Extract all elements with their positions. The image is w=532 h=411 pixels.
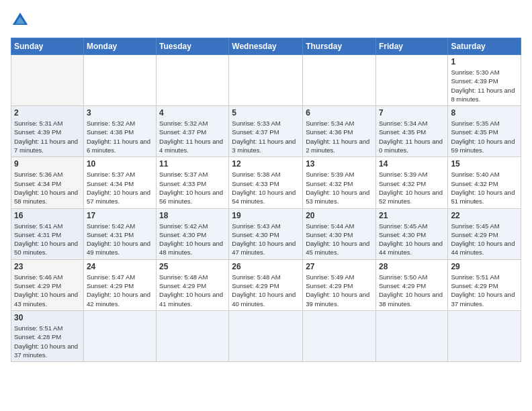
day-cell: 9Sunrise: 5:36 AM Sunset: 4:34 PM Daylig… bbox=[11, 157, 84, 208]
day-cell bbox=[157, 310, 229, 361]
calendar-body: 1Sunrise: 5:30 AM Sunset: 4:39 PM Daylig… bbox=[11, 55, 521, 362]
day-number: 28 bbox=[379, 262, 445, 271]
day-info: Sunrise: 5:42 AM Sunset: 4:31 PM Dayligh… bbox=[87, 222, 153, 257]
day-info: Sunrise: 5:32 AM Sunset: 4:38 PM Dayligh… bbox=[87, 119, 153, 154]
day-cell: 16Sunrise: 5:41 AM Sunset: 4:31 PM Dayli… bbox=[11, 208, 84, 259]
day-cell: 2Sunrise: 5:31 AM Sunset: 4:39 PM Daylig… bbox=[11, 106, 84, 157]
day-cell bbox=[83, 55, 156, 106]
day-cell: 14Sunrise: 5:39 AM Sunset: 4:32 PM Dayli… bbox=[375, 157, 447, 208]
day-header-friday: Friday bbox=[375, 38, 447, 55]
day-info: Sunrise: 5:30 AM Sunset: 4:39 PM Dayligh… bbox=[451, 68, 518, 103]
week-row-2: 2Sunrise: 5:31 AM Sunset: 4:39 PM Daylig… bbox=[11, 106, 521, 157]
day-number: 8 bbox=[451, 108, 518, 118]
day-cell bbox=[229, 55, 303, 106]
week-row-4: 16Sunrise: 5:41 AM Sunset: 4:31 PM Dayli… bbox=[11, 208, 521, 259]
day-cell: 17Sunrise: 5:42 AM Sunset: 4:31 PM Dayli… bbox=[83, 208, 156, 259]
day-header-saturday: Saturday bbox=[448, 38, 521, 55]
day-cell: 1Sunrise: 5:30 AM Sunset: 4:39 PM Daylig… bbox=[448, 55, 521, 106]
day-cell: 18Sunrise: 5:42 AM Sunset: 4:30 PM Dayli… bbox=[157, 208, 229, 259]
day-number: 9 bbox=[14, 159, 81, 169]
day-number: 7 bbox=[379, 108, 445, 118]
day-cell: 4Sunrise: 5:32 AM Sunset: 4:37 PM Daylig… bbox=[157, 106, 229, 157]
day-number: 4 bbox=[159, 108, 226, 118]
day-number: 29 bbox=[451, 262, 518, 271]
day-info: Sunrise: 5:47 AM Sunset: 4:29 PM Dayligh… bbox=[87, 273, 153, 308]
day-info: Sunrise: 5:31 AM Sunset: 4:39 PM Dayligh… bbox=[14, 119, 81, 154]
day-info: Sunrise: 5:40 AM Sunset: 4:32 PM Dayligh… bbox=[451, 170, 518, 205]
day-info: Sunrise: 5:37 AM Sunset: 4:34 PM Dayligh… bbox=[87, 170, 153, 205]
day-info: Sunrise: 5:45 AM Sunset: 4:30 PM Dayligh… bbox=[379, 222, 445, 257]
day-cell: 21Sunrise: 5:45 AM Sunset: 4:30 PM Dayli… bbox=[375, 208, 447, 259]
day-cell: 23Sunrise: 5:46 AM Sunset: 4:29 PM Dayli… bbox=[11, 259, 84, 310]
day-number: 26 bbox=[232, 262, 300, 271]
day-cell: 6Sunrise: 5:34 AM Sunset: 4:36 PM Daylig… bbox=[303, 106, 376, 157]
day-cell: 15Sunrise: 5:40 AM Sunset: 4:32 PM Dayli… bbox=[448, 157, 521, 208]
day-number: 25 bbox=[159, 262, 226, 271]
day-info: Sunrise: 5:39 AM Sunset: 4:32 PM Dayligh… bbox=[379, 170, 445, 205]
week-row-6: 30Sunrise: 5:51 AM Sunset: 4:28 PM Dayli… bbox=[11, 310, 521, 361]
day-info: Sunrise: 5:50 AM Sunset: 4:29 PM Dayligh… bbox=[379, 273, 445, 308]
day-cell: 26Sunrise: 5:48 AM Sunset: 4:29 PM Dayli… bbox=[229, 259, 303, 310]
day-info: Sunrise: 5:37 AM Sunset: 4:33 PM Dayligh… bbox=[159, 170, 226, 205]
day-info: Sunrise: 5:36 AM Sunset: 4:34 PM Dayligh… bbox=[14, 170, 81, 205]
day-info: Sunrise: 5:41 AM Sunset: 4:31 PM Dayligh… bbox=[14, 222, 81, 257]
week-row-1: 1Sunrise: 5:30 AM Sunset: 4:39 PM Daylig… bbox=[11, 55, 521, 106]
day-cell: 12Sunrise: 5:38 AM Sunset: 4:33 PM Dayli… bbox=[229, 157, 303, 208]
day-cell: 24Sunrise: 5:47 AM Sunset: 4:29 PM Dayli… bbox=[83, 259, 156, 310]
day-cell bbox=[448, 310, 521, 361]
day-number: 11 bbox=[159, 159, 226, 169]
day-number: 6 bbox=[306, 108, 373, 118]
header bbox=[11, 11, 521, 30]
day-number: 22 bbox=[451, 211, 518, 220]
day-info: Sunrise: 5:51 AM Sunset: 4:28 PM Dayligh… bbox=[14, 324, 81, 359]
day-header-monday: Monday bbox=[83, 38, 156, 55]
day-number: 24 bbox=[87, 262, 153, 271]
day-info: Sunrise: 5:42 AM Sunset: 4:30 PM Dayligh… bbox=[159, 222, 226, 257]
day-info: Sunrise: 5:38 AM Sunset: 4:33 PM Dayligh… bbox=[232, 170, 300, 205]
day-info: Sunrise: 5:33 AM Sunset: 4:37 PM Dayligh… bbox=[232, 119, 300, 154]
day-cell: 29Sunrise: 5:51 AM Sunset: 4:29 PM Dayli… bbox=[448, 259, 521, 310]
week-row-3: 9Sunrise: 5:36 AM Sunset: 4:34 PM Daylig… bbox=[11, 157, 521, 208]
day-cell: 11Sunrise: 5:37 AM Sunset: 4:33 PM Dayli… bbox=[157, 157, 229, 208]
day-cell: 22Sunrise: 5:45 AM Sunset: 4:29 PM Dayli… bbox=[448, 208, 521, 259]
day-info: Sunrise: 5:49 AM Sunset: 4:29 PM Dayligh… bbox=[306, 273, 373, 308]
day-number: 2 bbox=[14, 108, 81, 118]
day-info: Sunrise: 5:34 AM Sunset: 4:35 PM Dayligh… bbox=[379, 119, 445, 154]
day-number: 19 bbox=[232, 211, 300, 220]
day-number: 1 bbox=[451, 57, 518, 66]
day-cell bbox=[375, 55, 447, 106]
week-row-5: 23Sunrise: 5:46 AM Sunset: 4:29 PM Dayli… bbox=[11, 259, 521, 310]
day-number: 10 bbox=[87, 159, 153, 169]
day-cell: 30Sunrise: 5:51 AM Sunset: 4:28 PM Dayli… bbox=[11, 310, 84, 361]
day-info: Sunrise: 5:45 AM Sunset: 4:29 PM Dayligh… bbox=[451, 222, 518, 257]
calendar-table: SundayMondayTuesdayWednesdayThursdayFrid… bbox=[11, 38, 521, 362]
day-cell: 20Sunrise: 5:44 AM Sunset: 4:30 PM Dayli… bbox=[303, 208, 376, 259]
day-cell bbox=[83, 310, 156, 361]
day-cell: 28Sunrise: 5:50 AM Sunset: 4:29 PM Dayli… bbox=[375, 259, 447, 310]
day-cell: 19Sunrise: 5:43 AM Sunset: 4:30 PM Dayli… bbox=[229, 208, 303, 259]
day-info: Sunrise: 5:34 AM Sunset: 4:36 PM Dayligh… bbox=[306, 119, 373, 154]
day-cell: 10Sunrise: 5:37 AM Sunset: 4:34 PM Dayli… bbox=[83, 157, 156, 208]
day-header-thursday: Thursday bbox=[303, 38, 376, 55]
day-cell: 7Sunrise: 5:34 AM Sunset: 4:35 PM Daylig… bbox=[375, 106, 447, 157]
day-cell: 8Sunrise: 5:35 AM Sunset: 4:35 PM Daylig… bbox=[448, 106, 521, 157]
day-header-tuesday: Tuesday bbox=[157, 38, 229, 55]
day-number: 20 bbox=[306, 211, 373, 220]
logo-icon bbox=[11, 11, 30, 30]
day-cell: 13Sunrise: 5:39 AM Sunset: 4:32 PM Dayli… bbox=[303, 157, 376, 208]
day-number: 13 bbox=[306, 159, 373, 169]
day-info: Sunrise: 5:35 AM Sunset: 4:35 PM Dayligh… bbox=[451, 119, 518, 154]
header-row: SundayMondayTuesdayWednesdayThursdayFrid… bbox=[11, 38, 521, 55]
day-cell: 3Sunrise: 5:32 AM Sunset: 4:38 PM Daylig… bbox=[83, 106, 156, 157]
day-number: 30 bbox=[14, 313, 81, 322]
day-number: 12 bbox=[232, 159, 300, 169]
day-cell bbox=[11, 55, 84, 106]
page-container: SundayMondayTuesdayWednesdayThursdayFrid… bbox=[11, 11, 521, 362]
day-cell: 27Sunrise: 5:49 AM Sunset: 4:29 PM Dayli… bbox=[303, 259, 376, 310]
day-number: 14 bbox=[379, 159, 445, 169]
day-cell: 25Sunrise: 5:48 AM Sunset: 4:29 PM Dayli… bbox=[157, 259, 229, 310]
day-info: Sunrise: 5:43 AM Sunset: 4:30 PM Dayligh… bbox=[232, 222, 300, 257]
day-info: Sunrise: 5:48 AM Sunset: 4:29 PM Dayligh… bbox=[232, 273, 300, 308]
day-number: 21 bbox=[379, 211, 445, 220]
day-header-wednesday: Wednesday bbox=[229, 38, 303, 55]
